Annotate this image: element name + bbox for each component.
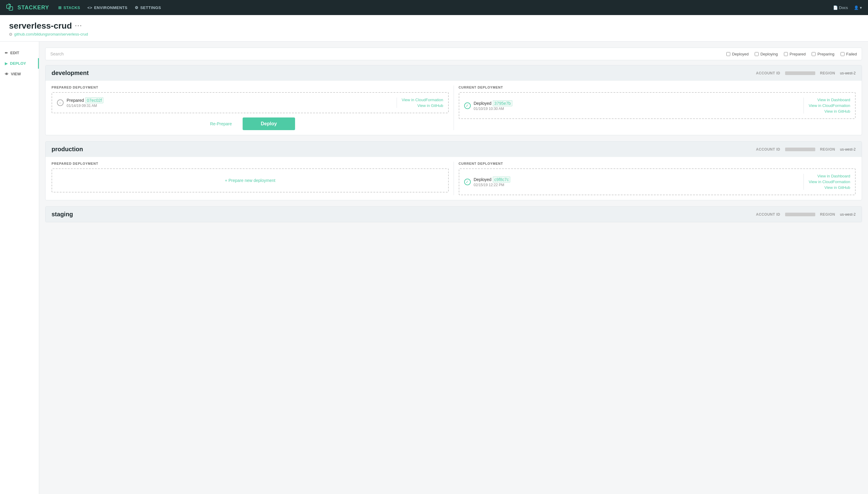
current-status-icon-dev: ✓: [464, 102, 471, 109]
current-hash-dev[interactable]: 3795e7b: [493, 100, 512, 106]
view-icon: 👁: [5, 72, 8, 76]
prepared-link-cloudformation-dev[interactable]: View in CloudFormation: [402, 98, 443, 102]
docs-link[interactable]: 📄 Docs: [833, 5, 848, 10]
reprepare-button-dev[interactable]: Re-Prepare: [205, 119, 237, 129]
nav-items: ⊞ STACKS <> ENVIRONMENTS ⚙ SETTINGS: [58, 4, 824, 11]
sidebar-item-edit[interactable]: ✏ EDIT: [0, 48, 39, 58]
sidebar: ✏ EDIT ▶ DEPLOY 👁 VIEW: [0, 42, 39, 494]
stacks-icon: ⊞: [58, 5, 62, 10]
filters-bar: Deployed Deploying Prepared Preparing Fa…: [45, 48, 862, 60]
prepared-link-github-dev[interactable]: View in GitHub: [418, 103, 443, 108]
deploy-icon: ▶: [5, 61, 7, 66]
env-name-staging: staging: [52, 211, 73, 218]
current-deployment-box-development: ✓ Deployed 3795e7b 01/10/19 10:30 AM Vie…: [459, 92, 856, 119]
env-meta-staging: ACCOUNT ID REGION us-west-2: [756, 212, 856, 216]
region-staging: us-west-2: [840, 212, 856, 216]
title-menu-dots[interactable]: ···: [75, 22, 82, 30]
current-deployment-production: CURRENT DEPLOYMENT ✓ Deployed c9f8c7c 02…: [454, 162, 856, 195]
prepare-new-deployment-button[interactable]: + Prepare new deployment: [52, 168, 449, 192]
user-menu[interactable]: 👤 ▾: [854, 5, 862, 10]
filter-deploying[interactable]: Deploying: [755, 52, 778, 56]
nav-right: 📄 Docs 👤 ▾: [833, 5, 862, 10]
github-icon: ⊙: [9, 32, 12, 36]
main-layout: ✏ EDIT ▶ DEPLOY 👁 VIEW Deployed Deployi: [0, 42, 868, 494]
env-meta-development: ACCOUNT ID REGION us-west-2: [756, 71, 856, 75]
current-link-cloudformation-prod[interactable]: View in CloudFormation: [809, 179, 850, 184]
env-header-development: development ACCOUNT ID REGION us-west-2: [45, 65, 862, 81]
logo-text: STACKERY: [17, 4, 49, 11]
region-production: us-west-2: [840, 147, 856, 152]
search-input[interactable]: [50, 52, 720, 56]
code-icon: <>: [87, 5, 92, 10]
current-link-github-prod[interactable]: View in GitHub: [824, 185, 850, 190]
filter-deployed[interactable]: Deployed: [726, 52, 749, 56]
settings-icon: ⚙: [135, 5, 138, 10]
sidebar-item-view[interactable]: 👁 VIEW: [0, 69, 39, 79]
env-header-staging: staging ACCOUNT ID REGION us-west-2: [45, 207, 862, 222]
current-deployment-box-production: ✓ Deployed c9f8c7c 02/15/19 12:22 PM Vie…: [459, 168, 856, 195]
deployment-info-current-prod: ✓ Deployed c9f8c7c 02/15/19 12:22 PM: [464, 174, 799, 190]
filter-deploying-checkbox[interactable]: [755, 52, 759, 56]
current-link-cloudformation-dev[interactable]: View in CloudFormation: [809, 103, 850, 108]
env-name-development: development: [52, 70, 89, 77]
top-navigation: STACKERY ⊞ STACKS <> ENVIRONMENTS ⚙ SETT…: [0, 0, 868, 15]
deployment-panels-production: PREPARED DEPLOYMENT + Prepare new deploy…: [45, 157, 862, 200]
current-deployment-development: CURRENT DEPLOYMENT ✓ Deployed 3795e7b 01…: [454, 86, 856, 130]
github-link[interactable]: github.com/bildungsroman/serverless-crud: [14, 32, 88, 36]
filter-checkboxes: Deployed Deploying Prepared Preparing Fa…: [726, 52, 857, 56]
current-link-dashboard-dev[interactable]: View in Dashboard: [817, 98, 850, 102]
nav-stacks[interactable]: ⊞ STACKS: [58, 4, 80, 11]
deployment-info-prepared-dev: ○ Prepared 07ec02f 01/14/19 09:31 AM: [57, 98, 392, 108]
app-logo[interactable]: STACKERY: [6, 3, 49, 12]
filter-deployed-checkbox[interactable]: [726, 52, 730, 56]
deployment-info-current-dev: ✓ Deployed 3795e7b 01/10/19 10:30 AM: [464, 98, 799, 114]
main-content: Deployed Deploying Prepared Preparing Fa…: [39, 42, 868, 494]
current-links-dev: View in Dashboard View in CloudFormation…: [804, 98, 850, 114]
deployment-actions-dev: Re-Prepare Deploy: [52, 117, 449, 130]
prepared-links-dev: View in CloudFormation View in GitHub: [396, 98, 443, 108]
filter-prepared-checkbox[interactable]: [784, 52, 788, 56]
nav-settings[interactable]: ⚙ SETTINGS: [135, 4, 161, 11]
filter-preparing-checkbox[interactable]: [812, 52, 816, 56]
page-title: serverless-crud ···: [9, 21, 859, 31]
current-link-github-dev[interactable]: View in GitHub: [824, 109, 850, 114]
edit-icon: ✏: [5, 51, 8, 55]
env-header-production: production ACCOUNT ID REGION us-west-2: [45, 141, 862, 157]
env-section-development: development ACCOUNT ID REGION us-west-2 …: [45, 65, 862, 135]
sidebar-item-deploy[interactable]: ▶ DEPLOY: [0, 58, 39, 69]
filter-prepared[interactable]: Prepared: [784, 52, 806, 56]
deployment-panels-development: PREPARED DEPLOYMENT ○ Prepared 07ec02f 0…: [45, 81, 862, 135]
env-section-staging: staging ACCOUNT ID REGION us-west-2: [45, 206, 862, 222]
current-links-prod: View in Dashboard View in CloudFormation…: [804, 174, 850, 190]
prepared-status-icon-dev: ○: [57, 99, 63, 106]
account-id-blur-production: [785, 148, 815, 151]
filter-failed[interactable]: Failed: [841, 52, 857, 56]
current-status-icon-prod: ✓: [464, 178, 471, 185]
logo-icon: [6, 3, 15, 12]
prepared-hash-dev[interactable]: 07ec02f: [85, 97, 104, 103]
current-link-dashboard-prod[interactable]: View in Dashboard: [817, 174, 850, 178]
region-development: us-west-2: [840, 71, 856, 75]
prepared-deployment-development: PREPARED DEPLOYMENT ○ Prepared 07ec02f 0…: [52, 86, 454, 130]
current-hash-prod[interactable]: c9f8c7c: [493, 176, 510, 183]
prepared-deployment-box-development: ○ Prepared 07ec02f 01/14/19 09:31 AM Vie…: [52, 92, 449, 113]
filter-preparing[interactable]: Preparing: [812, 52, 834, 56]
docs-icon: 📄: [833, 5, 838, 10]
page-subtitle: ⊙ github.com/bildungsroman/serverless-cr…: [9, 32, 859, 36]
page-header: serverless-crud ··· ⊙ github.com/bildung…: [0, 15, 868, 42]
account-id-blur-staging: [785, 213, 815, 216]
filter-failed-checkbox[interactable]: [841, 52, 845, 56]
account-id-blur-development: [785, 71, 815, 75]
prepared-deployment-production: PREPARED DEPLOYMENT + Prepare new deploy…: [52, 162, 454, 195]
env-meta-production: ACCOUNT ID REGION us-west-2: [756, 147, 856, 152]
env-section-production: production ACCOUNT ID REGION us-west-2 P…: [45, 141, 862, 200]
env-name-production: production: [52, 146, 83, 153]
nav-environments[interactable]: <> ENVIRONMENTS: [87, 4, 128, 11]
deploy-button-dev[interactable]: Deploy: [243, 117, 295, 130]
